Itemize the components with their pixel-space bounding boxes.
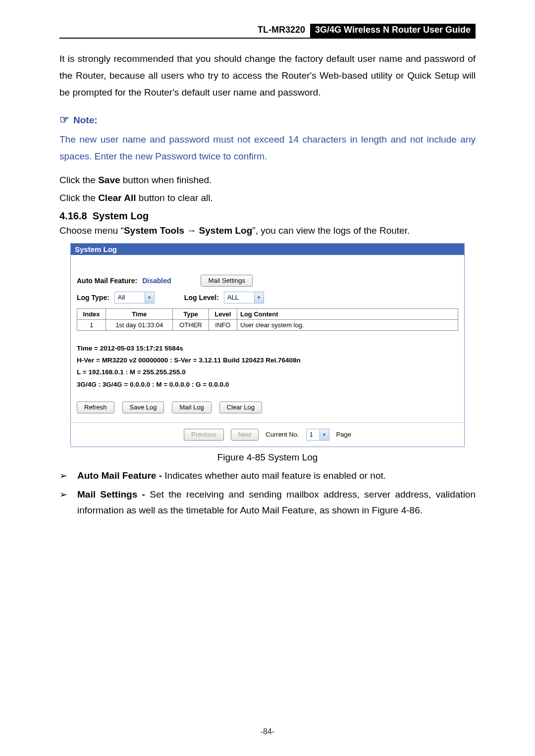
col-content: Log Content [237,308,458,319]
action-button-row: Refresh Save Log Mail Log Clear Log [77,402,458,413]
col-time: Time [106,308,173,319]
system-log-panel: System Log Auto Mail Feature: Disabled M… [70,243,465,447]
bullet-list: ➢ Auto Mail Feature - Indicates whether … [59,468,476,519]
auto-mail-row: Auto Mail Feature: Disabled Mail Setting… [77,275,458,287]
sysinfo-line: Time = 2012-05-03 15:17:21 5584s [77,343,458,354]
note-body: The new user name and password must not … [59,131,476,165]
section-description: Choose menu “System Tools → System Log”,… [59,223,476,239]
intro-paragraph: It is strongly recommended that you shou… [59,50,476,101]
current-no-label: Current No. [266,431,299,438]
table-header-row: Index Time Type Level Log Content [77,308,458,319]
header-model: TL-MR3220 [258,24,310,38]
save-log-button[interactable]: Save Log [122,402,164,413]
clear-instruction: Click the Clear All button to clear all. [59,190,476,206]
panel-title: System Log [71,244,464,255]
chevron-down-icon: ▾ [254,292,264,303]
next-button[interactable]: Next [231,429,259,441]
log-type-value: All [115,294,145,301]
section-heading: 4.16.8 System Log [59,210,476,222]
page-label: Page [336,431,351,438]
col-index: Index [77,308,106,319]
log-type-select[interactable]: All ▾ [114,292,155,303]
cell-level: INFO [209,319,237,330]
sysinfo-line: L = 192.168.0.1 : M = 255.255.255.0 [77,366,458,378]
bullet-icon: ➢ [59,468,77,484]
clear-log-button[interactable]: Clear Log [219,402,262,413]
list-item: ➢ Auto Mail Feature - Indicates whether … [59,468,476,484]
col-level: Level [209,308,237,319]
system-info-block: Time = 2012-05-03 15:17:21 5584s H-Ver =… [77,343,458,391]
table-row: 1 1st day 01:33:04 OTHER INFO User clear… [77,319,458,330]
panel-body: Auto Mail Feature: Disabled Mail Setting… [71,255,464,447]
sysinfo-line: H-Ver = MR3220 v2 00000000 : S-Ver = 3.1… [77,354,458,366]
auto-mail-value: Disabled [142,277,171,285]
previous-button[interactable]: Previous [184,429,224,441]
log-level-select[interactable]: ALL ▾ [224,292,264,303]
figure-caption: Figure 4-85 System Log [59,452,476,463]
header-title: 3G/4G Wireless N Router User Guide [310,24,476,38]
sysinfo-line: 3G/4G : 3G/4G = 0.0.0.0 : M = 0.0.0.0 : … [77,379,458,391]
log-level-value: ALL [224,294,254,301]
mail-log-button[interactable]: Mail Log [172,402,211,413]
col-type: Type [173,308,209,319]
pointing-hand-icon: ☞ [59,113,69,126]
chevron-down-icon: ▾ [145,292,154,303]
log-type-label: Log Type: [77,294,109,302]
log-level-label: Log Level: [184,294,219,302]
list-item-text: Mail Settings - Set the receiving and se… [77,487,476,519]
mail-settings-button[interactable]: Mail Settings [201,275,252,287]
auto-mail-label: Auto Mail Feature: [77,277,137,285]
pager-row: Previous Next Current No. 1 ▾ Page [71,422,464,447]
cell-type: OTHER [173,319,209,330]
list-item-text: Auto Mail Feature - Indicates whether au… [77,468,476,484]
page-select[interactable]: 1 ▾ [306,429,329,441]
save-instruction: Click the Save button when finished. [59,172,476,189]
log-filter-row: Log Type: All ▾ Log Level: ALL ▾ [77,292,458,303]
page-header: TL-MR3220 3G/4G Wireless N Router User G… [59,24,476,39]
note-heading: ☞Note: [59,113,476,126]
cell-index: 1 [77,319,106,330]
bullet-icon: ➢ [59,487,77,519]
cell-content: User clear system log. [237,319,458,330]
cell-time: 1st day 01:33:04 [106,319,173,330]
refresh-button[interactable]: Refresh [77,402,114,413]
log-table: Index Time Type Level Log Content 1 1st … [77,308,458,331]
document-page: TL-MR3220 3G/4G Wireless N Router User G… [0,0,535,756]
page-number: -84- [0,727,535,736]
chevron-down-icon: ▾ [320,429,329,440]
list-item: ➢ Mail Settings - Set the receiving and … [59,487,476,519]
note-label: Note: [73,115,98,125]
page-select-value: 1 [307,431,320,438]
